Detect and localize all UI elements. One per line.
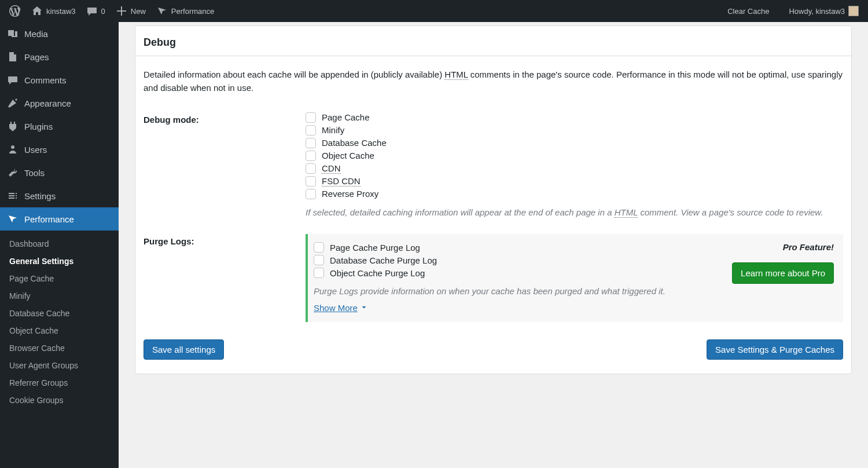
clear-cache-link[interactable]: Clear Cache	[723, 0, 774, 22]
new-content[interactable]: New	[111, 0, 150, 22]
purge-logs-label: Purge Logs:	[144, 234, 306, 246]
checkbox[interactable]	[306, 189, 316, 199]
submenu-dashboard[interactable]: Dashboard	[0, 235, 119, 253]
comment-count: 0	[101, 7, 105, 16]
wp-logo[interactable]	[5, 0, 25, 22]
check-page-cache[interactable]: Page Cache	[306, 112, 843, 123]
purge-help-text: Purge Logs provide information on when y…	[314, 285, 720, 298]
checkbox[interactable]	[314, 268, 324, 278]
users-icon	[7, 144, 19, 155]
sidebar-item-comments[interactable]: Comments	[0, 68, 119, 92]
home-icon	[31, 5, 43, 17]
debug-help-text: If selected, detailed caching informatio…	[306, 206, 843, 220]
performance-icon	[7, 213, 19, 225]
sidebar-item-media[interactable]: Media	[0, 22, 119, 45]
performance-label: Performance	[171, 7, 214, 16]
plus-icon	[116, 5, 127, 17]
checkbox[interactable]	[306, 176, 316, 187]
checkbox[interactable]	[314, 242, 324, 253]
submenu-object-cache[interactable]: Object Cache	[0, 322, 119, 339]
check-database-cache-purge[interactable]: Database Cache Purge Log	[314, 255, 720, 265]
submenu-database-cache[interactable]: Database Cache	[0, 305, 119, 322]
pages-icon	[7, 51, 19, 63]
html-abbr: HTML	[444, 70, 468, 80]
dashicon-performance	[156, 5, 168, 17]
performance-submenu: Dashboard General Settings Page Cache Mi…	[0, 231, 119, 386]
content-area: Debug Detailed information about each ca…	[119, 0, 868, 386]
submenu-referrer-groups[interactable]: Referrer Groups	[0, 374, 119, 386]
performance-toolbar[interactable]: Performance	[152, 0, 219, 22]
comment-icon	[86, 5, 98, 17]
action-bar: Save all settings Save Settings & Purge …	[144, 339, 843, 360]
chevron-down-icon	[360, 304, 368, 312]
debug-mode-label: Debug mode:	[144, 112, 306, 125]
checkbox[interactable]	[306, 151, 316, 161]
check-object-cache[interactable]: Object Cache	[306, 151, 843, 161]
appearance-icon	[7, 97, 19, 109]
admin-sidebar: Media Pages Comments Appearance Plugins …	[0, 22, 119, 386]
account-menu[interactable]: Howdy, kinstaw3	[784, 0, 863, 22]
checkbox[interactable]	[306, 112, 316, 123]
check-object-cache-purge[interactable]: Object Cache Purge Log	[314, 268, 720, 278]
submenu-browser-cache[interactable]: Browser Cache	[0, 339, 119, 357]
sidebar-item-tools[interactable]: Tools	[0, 161, 119, 184]
checkbox[interactable]	[306, 163, 316, 174]
check-page-cache-purge[interactable]: Page Cache Purge Log	[314, 242, 720, 253]
wordpress-icon	[9, 5, 21, 17]
panel-description: Detailed information about each cache wi…	[144, 68, 843, 95]
check-fsd-cdn[interactable]: FSD CDN	[306, 176, 843, 187]
learn-more-pro-button[interactable]: Learn more about Pro	[732, 262, 834, 284]
check-reverse-proxy[interactable]: Reverse Proxy	[306, 189, 843, 199]
purge-logs-row: Purge Logs: Page Cache Purge Log Databas…	[144, 234, 843, 322]
site-home[interactable]: kinstaw3	[27, 0, 80, 22]
comments-link[interactable]: 0	[82, 0, 110, 22]
submenu-general-settings[interactable]: General Settings	[0, 253, 119, 270]
sidebar-item-pages[interactable]: Pages	[0, 45, 119, 68]
sidebar-item-performance[interactable]: Performance	[0, 207, 119, 231]
submenu-user-agent-groups[interactable]: User Agent Groups	[0, 357, 119, 374]
comments-icon	[7, 74, 19, 86]
sidebar-item-settings[interactable]: Settings	[0, 184, 119, 207]
checkbox[interactable]	[306, 138, 316, 148]
show-more-link[interactable]: Show More	[314, 303, 368, 313]
site-name: kinstaw3	[46, 7, 76, 16]
pro-feature-badge: Pro Feature!	[732, 242, 834, 252]
sidebar-item-appearance[interactable]: Appearance	[0, 92, 119, 115]
howdy-text: Howdy, kinstaw3	[789, 7, 845, 16]
check-database-cache[interactable]: Database Cache	[306, 138, 843, 148]
sidebar-item-users[interactable]: Users	[0, 138, 119, 161]
debug-mode-row: Debug mode: Page Cache Minify Database C…	[144, 112, 843, 220]
panel-title: Debug	[144, 36, 841, 49]
checkbox[interactable]	[314, 255, 324, 265]
panel-header: Debug	[135, 26, 851, 56]
submenu-minify[interactable]: Minify	[0, 287, 119, 305]
check-cdn[interactable]: CDN	[306, 163, 843, 174]
new-label: New	[131, 7, 146, 16]
admin-bar: kinstaw3 0 New Performance Clear Cache H…	[0, 0, 868, 22]
plugins-icon	[7, 120, 19, 132]
settings-icon	[7, 190, 19, 202]
save-all-settings-button[interactable]: Save all settings	[144, 339, 224, 360]
avatar	[848, 6, 859, 16]
media-icon	[7, 28, 19, 39]
save-purge-caches-button[interactable]: Save Settings & Purge Caches	[707, 339, 843, 360]
check-minify[interactable]: Minify	[306, 125, 843, 136]
debug-panel: Debug Detailed information about each ca…	[135, 25, 852, 374]
submenu-page-cache[interactable]: Page Cache	[0, 270, 119, 287]
sidebar-item-plugins[interactable]: Plugins	[0, 115, 119, 138]
checkbox[interactable]	[306, 125, 316, 136]
tools-icon	[7, 167, 19, 178]
pro-feature-box: Page Cache Purge Log Database Cache Purg…	[306, 234, 843, 322]
